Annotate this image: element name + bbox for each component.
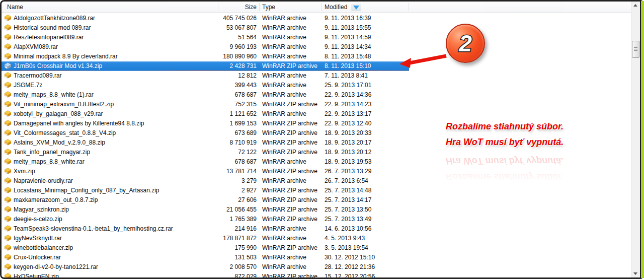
winrar-archive-icon bbox=[4, 24, 12, 32]
file-type: WinRAR archive bbox=[262, 262, 321, 272]
file-row[interactable]: Vit_minimap_extraxvm_0.8.8test2.zip 752 … bbox=[2, 100, 631, 109]
file-row[interactable]: Tracermod089.rar 12 812 WinRAR archive 7… bbox=[2, 71, 631, 81]
file-type: WinRAR ZIP archive bbox=[262, 148, 321, 157]
file-modified: 9. 11. 2013 16:39 bbox=[325, 14, 409, 23]
file-row[interactable]: xobotyi_by_galagan_088_v29.rar 1 121 652… bbox=[2, 109, 631, 119]
file-modified: 22. 9. 2013 14:23 bbox=[325, 100, 409, 109]
file-type: WinRAR archive bbox=[262, 71, 321, 81]
scrollbar-thumb[interactable] bbox=[632, 41, 639, 58]
file-row[interactable]: Minimal modpack 8.9 By cleverland.rar 18… bbox=[2, 52, 631, 61]
file-modified: 25. 7. 2013 13:50 bbox=[325, 205, 409, 215]
file-type: WinRAR archive bbox=[262, 52, 321, 61]
column-header-size[interactable]: Size bbox=[220, 2, 257, 13]
winrar-archive-icon bbox=[4, 15, 12, 22]
note-line-1: Rozbalíme stiahnutý súbor. bbox=[446, 119, 572, 134]
sort-descending-icon[interactable] bbox=[351, 4, 361, 11]
badge-number: 2 bbox=[458, 30, 472, 56]
file-explorer-window: Name Size Type Modified AtdolgozottTankh… bbox=[0, 0, 644, 279]
file-type: WinRAR ZIP archive bbox=[262, 195, 321, 205]
file-type: WinRAR ZIP archive bbox=[262, 138, 321, 148]
winrar-archive-icon bbox=[4, 72, 12, 80]
winrar-archive-icon bbox=[4, 91, 12, 99]
file-type: WinRAR archive bbox=[262, 176, 321, 186]
column-divider[interactable] bbox=[259, 3, 260, 11]
file-row[interactable]: keygen-di-v2-0-by-tano1221.rar 2 008 570… bbox=[2, 262, 631, 272]
scroll-down-icon[interactable] bbox=[631, 270, 640, 277]
file-modified: 7. 11. 2013 8:41 bbox=[325, 71, 409, 81]
column-header-type[interactable]: Type bbox=[262, 2, 275, 13]
file-row[interactable]: JSGME.7z 399 443 WinRAR archive 25. 9. 2… bbox=[2, 81, 631, 90]
vertical-scrollbar[interactable] bbox=[631, 2, 640, 277]
file-modified: 25. 7. 2013 13:49 bbox=[325, 215, 409, 224]
file-size: 405 745 026 bbox=[173, 14, 257, 23]
instruction-note: Rozbalíme stiahnutý súbor. Hra WoT musí … bbox=[446, 119, 572, 150]
file-size: 21 056 455 bbox=[173, 205, 257, 215]
file-type: WinRAR ZIP archive bbox=[262, 100, 321, 109]
file-modified: 25. 7. 2013 14:17 bbox=[325, 195, 409, 205]
file-size: 678 687 bbox=[173, 157, 257, 167]
file-modified: 18. 9. 2013 20:17 bbox=[325, 138, 409, 148]
file-row[interactable]: J1mB0s Crosshair Mod v1.34.zip 2 428 731… bbox=[2, 61, 409, 71]
winrar-archive-icon bbox=[4, 196, 12, 204]
file-type: WinRAR archive bbox=[262, 90, 321, 100]
file-type: WinRAR ZIP archive bbox=[262, 128, 321, 138]
winrar-archive-icon bbox=[4, 225, 12, 233]
file-type: WinRAR archive bbox=[262, 42, 321, 52]
file-type: WinRAR ZIP archive bbox=[262, 272, 321, 277]
file-type: WinRAR archive bbox=[262, 33, 321, 42]
file-type: WinRAR ZIP archive bbox=[262, 215, 321, 224]
file-type: WinRAR ZIP archive bbox=[262, 119, 321, 128]
note-line-2: Hra WoT musí byť vypnutá. bbox=[446, 134, 572, 150]
page-accent-stripe bbox=[641, 1, 644, 278]
file-row[interactable]: IgyNevSrknydt.rar 178 871 872 WinRAR arc… bbox=[2, 234, 631, 243]
file-row[interactable]: Reszletesinfopanel089.rar 51 564 WinRAR … bbox=[2, 33, 631, 42]
file-size: 13 781 714 bbox=[173, 167, 257, 176]
file-type: WinRAR ZIP archive bbox=[262, 243, 321, 253]
file-size: 9 960 193 bbox=[173, 42, 257, 52]
file-modified: 22. 9. 2013 14:36 bbox=[325, 90, 409, 100]
file-size: 678 687 bbox=[173, 90, 257, 100]
file-modified: 14. 6. 2013 10:56 bbox=[325, 224, 409, 234]
file-row[interactable]: AlapXVM089.rar 9 960 193 WinRAR archive … bbox=[2, 42, 631, 52]
file-modified: 4. 5. 2013 9:43 bbox=[325, 234, 409, 243]
scroll-up-icon[interactable] bbox=[631, 2, 640, 9]
file-modified: 18. 9. 2013 20:33 bbox=[325, 128, 409, 138]
file-type: WinRAR ZIP archive bbox=[262, 205, 321, 215]
winrar-archive-icon bbox=[4, 235, 12, 242]
winrar-archive-icon bbox=[4, 244, 12, 252]
file-size: 180 890 960 bbox=[173, 52, 257, 61]
file-modified: 9. 11. 2013 15:55 bbox=[325, 23, 409, 33]
file-row[interactable]: Locastans_Minimap_Config_only_087_by_Art… bbox=[2, 186, 631, 195]
file-row[interactable]: deegie-s-celzo.zip 1 765 389 WinRAR ZIP … bbox=[2, 215, 631, 224]
column-header-modified[interactable]: Modified bbox=[325, 2, 347, 13]
red-arrow-annotation bbox=[396, 49, 453, 72]
column-divider[interactable] bbox=[218, 3, 218, 11]
file-size: 2 428 731 bbox=[173, 61, 257, 71]
file-row[interactable]: Historical sound mod 089.rar 53 067 807 … bbox=[2, 23, 631, 33]
file-row[interactable]: winebottlebalancer.zip 175 990 WinRAR ZI… bbox=[2, 243, 631, 253]
file-modified: 26. 7. 2013 13:29 bbox=[325, 167, 409, 176]
column-divider[interactable] bbox=[321, 3, 322, 11]
file-modified: 9. 11. 2013 14:59 bbox=[325, 33, 409, 42]
file-row[interactable]: melty_maps_8.8_white (1).rar 678 687 Win… bbox=[2, 90, 631, 100]
file-modified: 3. 5. 2013 19:54 bbox=[325, 243, 409, 253]
file-row[interactable]: Magyar_szinkron.zip 21 056 455 WinRAR ZI… bbox=[2, 205, 631, 215]
file-row[interactable]: Crux-Unlocker.rar 131 503 WinRAR archive… bbox=[2, 253, 631, 262]
file-modified: 30. 12. 2012 15:10 bbox=[325, 253, 409, 262]
winrar-archive-icon bbox=[4, 129, 12, 137]
file-size: 53 067 807 bbox=[173, 23, 257, 33]
winrar-archive-icon bbox=[4, 62, 12, 70]
column-header-name[interactable]: Name bbox=[7, 2, 23, 13]
file-row[interactable]: maxkamerazoom_out_0.8.7.zip 27 606 WinRA… bbox=[2, 195, 631, 205]
file-size: 178 871 872 bbox=[173, 234, 257, 243]
file-row[interactable]: HxDSetupEN.zip 872 029 WinRAR ZIP archiv… bbox=[2, 272, 631, 277]
column-divider[interactable] bbox=[409, 3, 409, 11]
file-size: 752 315 bbox=[173, 100, 257, 109]
file-row[interactable]: AtdolgozottTankhitzone089.rar 405 745 02… bbox=[2, 14, 631, 23]
file-size: 399 443 bbox=[173, 81, 257, 90]
step-2-badge: 2 bbox=[446, 24, 485, 63]
file-row[interactable]: TeamSpeak3-slovenstina-0.1.-beta1_by_her… bbox=[2, 224, 631, 234]
file-type: WinRAR ZIP archive bbox=[262, 61, 321, 71]
thumb-grip-icon bbox=[634, 47, 637, 51]
file-size: 72 122 bbox=[173, 148, 257, 157]
